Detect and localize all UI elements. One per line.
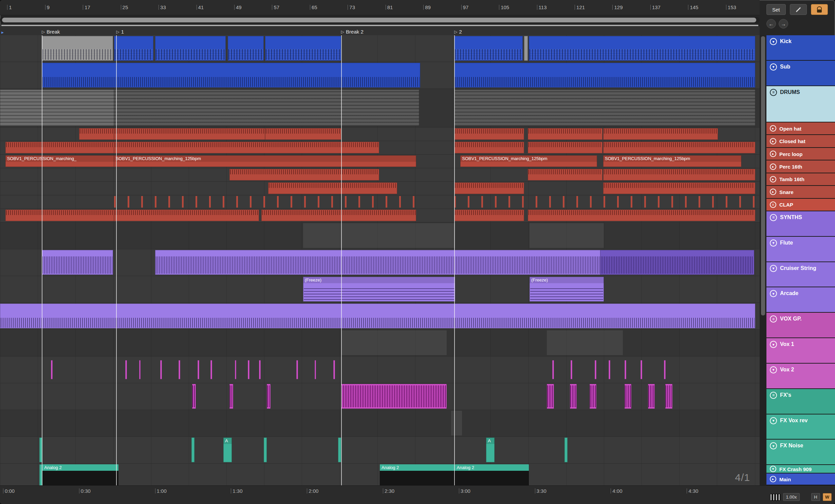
track-header-synths[interactable]: ≡SYNTHS — [766, 211, 835, 237]
lane-vox1[interactable] — [0, 356, 760, 383]
h-button[interactable]: H — [811, 493, 820, 501]
clip[interactable] — [571, 360, 572, 379]
fold-icon[interactable]: ▾ — [770, 341, 777, 348]
track-header-fxcrash[interactable]: ▾FX Crash 909 — [766, 465, 835, 473]
play-icon[interactable]: ▸ — [770, 176, 776, 182]
clip[interactable]: (Freeze) — [303, 277, 455, 302]
bar-ruler[interactable]: 1917253341495765738189971051131211291371… — [0, 0, 760, 15]
lane-openhat[interactable] — [0, 128, 760, 141]
track-header-main[interactable]: ▸Main — [766, 473, 835, 485]
clip[interactable] — [296, 360, 298, 379]
clip[interactable] — [155, 250, 601, 275]
time-ruler[interactable]: 0:000:301:001:302:002:303:003:304:004:30 — [0, 486, 760, 504]
group-icon[interactable]: ≡ — [770, 214, 777, 221]
clip[interactable] — [648, 384, 655, 409]
lane-vox2[interactable] — [0, 383, 760, 410]
clip[interactable] — [229, 384, 233, 409]
locator-flag-break[interactable]: ▷Break — [42, 29, 60, 35]
play-icon[interactable]: ▸ — [770, 476, 776, 482]
clip[interactable] — [603, 142, 755, 153]
clip[interactable] — [264, 438, 267, 462]
clip[interactable] — [0, 304, 755, 328]
play-icon[interactable]: ▸ — [770, 163, 776, 170]
track-header-arcade[interactable]: ▾Arcade — [766, 287, 835, 313]
clip[interactable] — [5, 210, 114, 221]
fold-icon[interactable]: ▾ — [770, 38, 777, 45]
track-header-fxvoxrev[interactable]: ▾FX Vox rev — [766, 414, 835, 440]
clip[interactable]: SOBV1_PERCUSSION_marching_125bpm — [114, 155, 416, 167]
clip[interactable] — [341, 384, 447, 409]
clip[interactable] — [454, 142, 524, 153]
lane-cruiser[interactable]: (Freeze)(Freeze) — [0, 276, 760, 303]
clip[interactable] — [454, 36, 522, 61]
lane-percloop[interactable]: SOBV1_PERCUSSION_marching_SOBV1_PERCUSSI… — [0, 155, 760, 168]
clip[interactable] — [524, 36, 528, 61]
lane-closedhat[interactable] — [0, 141, 760, 155]
clip[interactable] — [454, 182, 524, 194]
clip[interactable] — [552, 360, 554, 379]
clip[interactable] — [333, 360, 335, 379]
clip[interactable] — [625, 384, 631, 409]
clip[interactable] — [451, 411, 462, 435]
clip[interactable] — [641, 360, 642, 379]
clip[interactable] — [547, 330, 623, 355]
clip[interactable] — [248, 360, 249, 379]
clip[interactable] — [454, 196, 755, 208]
clip[interactable] — [198, 360, 199, 379]
clip[interactable] — [268, 182, 397, 194]
clip[interactable] — [0, 90, 114, 126]
clip[interactable]: SOBV1_PERCUSSION_marching_125bpm — [460, 155, 597, 167]
clip[interactable] — [603, 128, 718, 140]
clip[interactable] — [114, 210, 259, 221]
clip[interactable] — [265, 36, 341, 61]
lane-clap[interactable] — [0, 209, 760, 222]
group-icon[interactable]: ≡ — [770, 201, 776, 208]
clip[interactable] — [529, 36, 755, 61]
track-header-closedhat[interactable]: ▸Closed hat — [766, 135, 835, 148]
clip[interactable] — [454, 90, 755, 126]
clip[interactable] — [261, 210, 416, 221]
clip[interactable] — [528, 128, 602, 140]
lane-arcade[interactable] — [0, 303, 760, 330]
track-header-sub[interactable]: ▾Sub — [766, 61, 835, 86]
lane-perc16[interactable] — [0, 168, 760, 182]
clip[interactable] — [338, 438, 341, 462]
track-header-snare[interactable]: ▸Snare — [766, 186, 835, 198]
clip[interactable] — [125, 360, 127, 379]
clip[interactable] — [303, 223, 455, 248]
set-button[interactable]: Set — [766, 4, 786, 15]
group-icon[interactable]: ≡ — [770, 392, 777, 399]
track-header-tamb16[interactable]: ▸Tamb 16th — [766, 173, 835, 186]
lock-button[interactable] — [811, 4, 828, 15]
track-header-percloop[interactable]: ▸Perc loop — [766, 148, 835, 160]
clip[interactable] — [228, 36, 263, 61]
clip[interactable] — [341, 330, 447, 355]
clip[interactable] — [265, 128, 341, 140]
clip[interactable]: SOBV1_PERCUSSION_marching_ — [5, 155, 114, 167]
clip[interactable] — [528, 210, 755, 221]
clip[interactable]: A — [223, 438, 232, 462]
clip[interactable] — [547, 384, 554, 409]
track-header-flute[interactable]: ▾Flute — [766, 237, 835, 262]
clip[interactable] — [229, 169, 379, 180]
clip[interactable] — [454, 210, 524, 221]
clip[interactable] — [603, 182, 755, 194]
clip[interactable] — [114, 36, 153, 61]
clip[interactable] — [191, 438, 194, 462]
clip[interactable] — [5, 142, 114, 153]
clip[interactable] — [114, 196, 416, 208]
group-icon[interactable]: ≡ — [770, 315, 777, 323]
w-button[interactable]: W — [823, 493, 832, 501]
track-header-vox2[interactable]: ▾Vox 2 — [766, 364, 835, 389]
play-icon[interactable]: ▸ — [770, 125, 776, 132]
clip[interactable] — [42, 63, 420, 88]
horizontal-scrollbar[interactable] — [0, 17, 760, 23]
back-button[interactable]: ← — [766, 19, 776, 28]
insert-marker-icon[interactable]: ▸ — [1, 30, 4, 35]
clip[interactable] — [155, 36, 226, 61]
clip[interactable] — [600, 250, 754, 275]
pencil-mode-button[interactable] — [790, 4, 807, 15]
clip[interactable] — [114, 142, 379, 153]
clip[interactable] — [114, 90, 420, 126]
locator-flag-one[interactable]: ▷1 — [116, 29, 124, 35]
